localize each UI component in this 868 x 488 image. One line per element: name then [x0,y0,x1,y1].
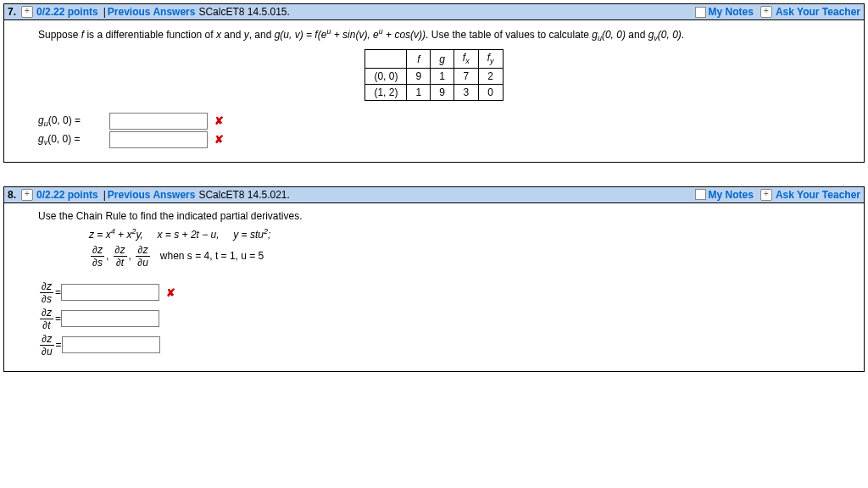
question-id: SCalcET8 14.5.021. [198,189,289,201]
ask-expand-icon[interactable]: + [760,6,772,18]
previous-answers-link[interactable]: Previous Answers [108,189,196,201]
question-id: SCalcET8 14.5.015. [198,6,289,18]
question-7-header: 7. + 0/2.22 points | Previous Answers SC… [4,4,864,20]
answer-row-dzds: ∂z∂s = ✘ [38,280,830,305]
question-8-body: Use the Chain Rule to find the indicated… [4,203,864,371]
wrong-icon: ✘ [214,114,224,127]
dzdt-input[interactable] [61,310,159,327]
col-fy: fy [478,50,503,68]
dzdu-input[interactable] [62,336,160,353]
table-row: (1, 2)1930 [365,84,503,100]
expand-icon[interactable]: + [21,6,33,18]
wrong-icon: ✘ [214,133,224,146]
answer-row-gv: gv(0, 0) = ✘ [38,131,830,148]
ask-teacher-link[interactable]: Ask Your Teacher [776,6,860,18]
separator: | [103,189,106,201]
dzds-input[interactable] [61,284,159,301]
ask-expand-icon[interactable]: + [760,189,772,201]
question-number: 8. [8,189,16,201]
q7-prompt: Suppose f is a differentiable function o… [38,27,830,42]
col-g: g [431,50,454,68]
q8-prompt: Use the Chain Rule to find the indicated… [38,210,830,222]
question-8-header: 8. + 0/2.22 points | Previous Answers SC… [4,187,864,203]
gv-input[interactable] [109,131,208,148]
question-7-body: Suppose f is a differentiable function o… [4,20,864,162]
mynotes-checkbox[interactable] [695,7,706,18]
points-text: 0/2.22 points [36,189,98,201]
equation-line-1: z = x4 + x2y, x = s + 2t − u, y = stu2; [89,227,830,241]
col-fx: fx [453,50,478,68]
expand-icon[interactable]: + [21,189,33,201]
question-7: 7. + 0/2.22 points | Previous Answers SC… [3,3,865,163]
separator: | [103,6,106,18]
my-notes-link[interactable]: My Notes [709,189,754,201]
answer-row-dzdu: ∂z∂u = [38,333,830,358]
col-f: f [407,50,431,68]
table-row: (0, 0)9172 [365,68,503,84]
question-8: 8. + 0/2.22 points | Previous Answers SC… [3,186,865,372]
question-number: 7. [8,6,16,18]
values-table: f g fx fy (0, 0)9172 (1, 2)1930 [364,49,503,100]
points-text: 0/2.22 points [36,6,98,18]
gu-input[interactable] [109,113,208,130]
ask-teacher-link[interactable]: Ask Your Teacher [776,189,860,201]
previous-answers-link[interactable]: Previous Answers [108,6,196,18]
equation-line-2: ∂z∂s, ∂z∂t, ∂z∂u when s = 4, t = 1, u = … [89,244,830,269]
mynotes-checkbox[interactable] [695,189,706,200]
answer-row-gu: gu(0, 0) = ✘ [38,113,830,130]
answer-row-dzdt: ∂z∂t = [38,307,830,331]
wrong-icon: ✘ [166,286,175,299]
my-notes-link[interactable]: My Notes [709,6,754,18]
